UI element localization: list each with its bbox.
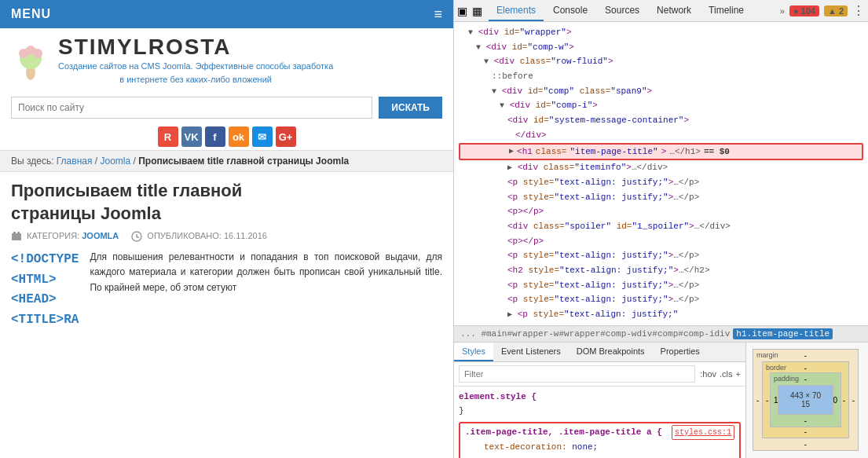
bc-wrapper-w[interactable]: #wrapper-w (507, 329, 559, 339)
margin-bottom-val: - (804, 440, 807, 449)
social-icon-mail[interactable]: ✉ (252, 126, 273, 147)
dom-line[interactable]: ▼ <div class="row-fluid"> (459, 54, 863, 69)
styles-tab-styles[interactable]: Styles (454, 343, 493, 361)
breadcrumb-label: Вы здесь: (11, 156, 57, 167)
social-icon-vk[interactable]: VK (181, 126, 202, 147)
dom-line[interactable]: <div id="system-message-container"> (459, 113, 863, 128)
dom-line[interactable]: <p></p> (459, 204, 863, 219)
tab-sources[interactable]: Sources (597, 0, 647, 21)
article-meta: КАТЕГОРИЯ: JOOMLA ОПУБЛИКОВАНО: 16.11.20… (11, 231, 442, 242)
meta-pub-label: ОПУБЛИКОВАНО: (147, 231, 222, 240)
border-top-val: - (804, 364, 807, 372)
styles-tab-properties[interactable]: Properties (653, 343, 708, 361)
dom-line[interactable]: <h2 style="text-align: justify;">…</h2> (459, 263, 863, 278)
css-rule-element-style: element.style { } (459, 390, 741, 419)
box-model: margin - - - - border - - - - padding (753, 349, 859, 451)
filter-cls[interactable]: .cls (720, 369, 733, 379)
bc-active-item[interactable]: h1.item-page-title (733, 328, 833, 339)
devtools-inspect-icon[interactable]: ▣ (457, 5, 467, 17)
social-icon-gplus[interactable]: G+ (276, 126, 296, 147)
margin-left-val: - (756, 395, 759, 404)
bc-div[interactable]: div (636, 329, 652, 339)
left-panel: MENU ≡ STIMYLROSTA Создание сайтов на CM… (0, 0, 454, 458)
border-right-val: - (843, 395, 845, 404)
css-selector: element.style { (459, 392, 537, 401)
breadcrumb: Вы здесь: Главная / Joomla / Прописываем… (0, 150, 453, 172)
warn-badge: ▲ 2 (824, 5, 848, 16)
box-model-panel: margin - - - - border - - - - padding (746, 343, 868, 458)
padding-label: padding (774, 375, 799, 383)
meta-cat-value[interactable]: JOOMLA (82, 231, 119, 240)
menu-icon[interactable]: ≡ (434, 7, 442, 21)
bc-comp-w[interactable]: #comp-w (600, 329, 636, 339)
css-source-red[interactable]: styles.css:1 (672, 425, 734, 440)
styles-tab-dom-breakpoints[interactable]: DOM Breakpoints (569, 343, 653, 361)
border-left-val: - (766, 395, 768, 404)
search-input[interactable] (11, 97, 372, 119)
breadcrumb-parent[interactable]: Joomla (101, 156, 131, 167)
more-tabs-icon[interactable]: » (780, 6, 785, 16)
margin-right-val: - (852, 395, 855, 404)
dom-line: </div> (459, 128, 863, 143)
social-icon-rss[interactable]: R (158, 126, 178, 147)
date-icon (131, 231, 142, 242)
border-label: border (766, 364, 786, 372)
bc-main[interactable]: ... #main (460, 329, 507, 339)
filter-hov[interactable]: :hov (700, 369, 716, 379)
bc-wrapper[interactable]: #wrapper (559, 329, 600, 339)
filter-btns: :hov .cls + (700, 369, 741, 379)
styles-content: element.style { } .item-page-title, .ite… (454, 387, 745, 458)
dom-line[interactable]: <p style="text-align: justify;">…</p> (459, 190, 863, 205)
css-selector-item-page-title: .item-page-title, .item-page-title a { (465, 425, 662, 440)
content-sub: 15 (801, 400, 810, 409)
styles-left: Styles Event Listeners DOM Breakpoints P… (454, 343, 746, 458)
filter-add[interactable]: + (736, 369, 741, 379)
dom-tree: ▼ <div id="wrapper"> ▼ <div id="comp-w">… (454, 22, 868, 325)
social-bar: R VK f ok ✉ G+ (0, 123, 453, 150)
dom-line: ::before (459, 69, 863, 84)
tab-elements[interactable]: Elements (489, 0, 544, 21)
dom-line[interactable]: <p></p> (459, 234, 863, 249)
article-text: Для повышения релевантности и попадания … (90, 250, 442, 330)
styles-tabs: Styles Event Listeners DOM Breakpoints P… (454, 343, 745, 362)
search-bar: ИСКАТЬ (0, 92, 453, 123)
social-icon-facebook[interactable]: f (205, 126, 225, 147)
dom-line[interactable]: ▼ <div id="comp-i"> (459, 98, 863, 113)
tab-timeline[interactable]: Timeline (701, 0, 752, 21)
breadcrumb-home[interactable]: Главная (57, 156, 93, 167)
content-size: 443 × 70 (790, 391, 821, 400)
dom-line[interactable]: ▶ <p style="text-align: justify;" (459, 307, 863, 322)
bc-comp[interactable]: #comp (652, 329, 678, 339)
bc-div2[interactable]: div (715, 329, 731, 339)
dom-line[interactable]: ▼ <div id="comp" class="span9"> (459, 84, 863, 99)
dom-line[interactable]: ▼ <div id="wrapper"> (459, 25, 863, 40)
bc-comp-i[interactable]: #comp-i (678, 329, 714, 339)
dom-line[interactable]: <p style="text-align: justify;">…</p> (459, 292, 863, 307)
styles-panel: Styles Event Listeners DOM Breakpoints P… (454, 343, 868, 458)
site-header-text: STIMYLROSTA Создание сайтов на CMS Jooml… (58, 35, 333, 86)
dom-line[interactable]: <p style="text-align: justify;">…</p> (459, 278, 863, 293)
dom-line-highlighted[interactable]: ▶ <h1 class="item-page-title">…</h1> == … (459, 143, 863, 161)
styles-tab-event-listeners[interactable]: Event Listeners (493, 343, 569, 361)
css-prop: text-decoration: none; (465, 440, 734, 455)
devtools-menu-icon[interactable]: ⋮ (852, 3, 865, 18)
dom-line[interactable]: <p style="text-align: justify;">…</p> (459, 175, 863, 190)
tab-network[interactable]: Network (649, 0, 699, 21)
dom-line[interactable]: <p style="text-align: justify;">…</p> (459, 248, 863, 263)
category-icon (11, 231, 22, 242)
search-button[interactable]: ИСКАТЬ (379, 97, 442, 119)
dom-breadcrumb-strip: ... #main #wrapper-w #wrapper #comp-w di… (454, 325, 868, 343)
dom-line[interactable]: ▼ <div id="comp-w"> (459, 40, 863, 55)
svg-rect-6 (13, 232, 16, 234)
svg-point-4 (26, 46, 35, 55)
filter-input[interactable] (459, 365, 695, 383)
tab-console[interactable]: Console (545, 0, 595, 21)
site-name: STIMYLROSTA (58, 35, 333, 60)
social-icon-ok[interactable]: ok (229, 126, 249, 147)
dom-line[interactable]: ▶ <div class="iteminfo">…</div> (459, 160, 863, 175)
dom-line[interactable]: <div class="spoiler" id="1_spoiler">…</d… (459, 219, 863, 234)
devtools-responsive-icon[interactable]: ▦ (472, 5, 482, 17)
margin-top-val: - (804, 351, 807, 360)
site-logo (11, 41, 50, 80)
site-header: STIMYLROSTA Создание сайтов на CMS Jooml… (0, 28, 453, 92)
